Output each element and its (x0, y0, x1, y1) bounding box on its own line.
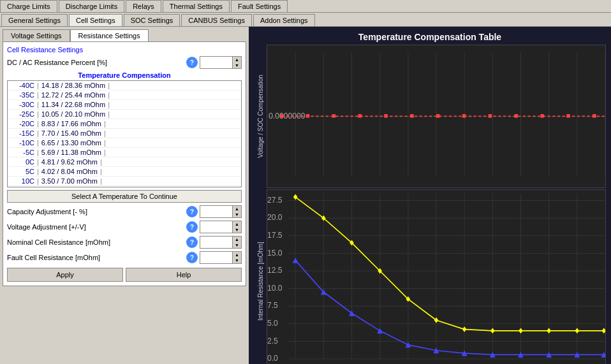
tab-cell-settings[interactable]: Cell Settings (69, 14, 122, 26)
temp-list-item[interactable]: 15C | 3.10 / 6.20 mOhm | (8, 186, 241, 187)
tab-fault-settings[interactable]: Fault Settings (231, 0, 288, 12)
temp-label: -10C (10, 139, 34, 147)
temp-separator: | (37, 110, 39, 118)
svg-rect-21 (436, 114, 440, 118)
temp-end-sep: | (104, 139, 106, 147)
temp-label: -5C (10, 149, 34, 156)
temp-label: 10C (10, 177, 34, 185)
dc-ac-down-arrow[interactable]: ▼ (232, 62, 241, 68)
tab-addon-settings[interactable]: Addon Settings (253, 14, 315, 26)
temp-list-item[interactable]: -10C | 6.65 / 13.30 mOhm | (8, 138, 241, 148)
temp-end-sep: | (100, 168, 102, 175)
temp-list-item[interactable]: -25C | 10.05 / 20.10 mOhm | (8, 110, 241, 119)
temp-label: -20C (10, 120, 34, 127)
fault-down-arrow[interactable]: ▼ (232, 258, 241, 263)
nominal-up-arrow[interactable]: ▲ (232, 237, 241, 242)
temp-list-item[interactable]: -30C | 11.34 / 22.68 mOhm | (8, 100, 241, 110)
capacity-row: Capacity Adjustment [- %] ? 0 ▲ ▼ (7, 205, 242, 218)
capacity-up-arrow[interactable]: ▲ (232, 206, 241, 212)
svg-rect-23 (489, 114, 492, 118)
temp-list-item[interactable]: 5C | 4.02 / 8.04 mOhm | (8, 167, 241, 177)
fault-row: Fault Cell Resistance [mOhm] ? 0.00 ▲ ▼ (7, 251, 242, 264)
svg-text:15.0: 15.0 (267, 249, 283, 258)
temp-list-item[interactable]: -35C | 12.72 / 25.44 mOhm | (8, 91, 241, 100)
temp-label: -40C (10, 82, 34, 89)
temp-list-item[interactable]: 0C | 4.81 / 9.62 mOhm | (8, 157, 241, 167)
temp-list-item[interactable]: -20C | 8.83 / 17.66 mOhm | (8, 119, 241, 129)
temp-list-item[interactable]: 10C | 3.50 / 7.00 mOhm | (8, 177, 241, 186)
voltage-spinbox: 0.0 ▲ ▼ (200, 221, 242, 233)
voltage-down-arrow[interactable]: ▼ (232, 227, 241, 233)
tab-soc-settings[interactable]: SOC Settings (124, 14, 180, 26)
dc-ac-arrows: ▲ ▼ (232, 57, 241, 68)
dc-ac-input[interactable]: 150 (200, 58, 232, 67)
temp-value: 4.02 / 8.04 mOhm (41, 168, 98, 175)
nominal-input[interactable]: 0.00 (200, 238, 232, 247)
capacity-spinbox: 0 ▲ ▼ (200, 205, 242, 218)
temp-end-sep: | (100, 158, 102, 166)
svg-text:17.5: 17.5 (267, 231, 283, 240)
capacity-arrows: ▲ ▼ (232, 206, 241, 217)
capacity-help-button[interactable]: ? (186, 206, 198, 217)
dc-ac-up-arrow[interactable]: ▲ (232, 57, 241, 62)
temp-separator: | (37, 177, 39, 185)
dc-ac-help-button[interactable]: ? (186, 57, 198, 68)
fault-up-arrow[interactable]: ▲ (232, 252, 241, 258)
apply-button[interactable]: Apply (7, 268, 123, 282)
svg-text:0.0: 0.0 (267, 354, 278, 363)
temp-list-item[interactable]: -5C | 5.69 / 11.38 mOhm | (8, 148, 241, 157)
temp-separator: | (37, 129, 39, 137)
svg-marker-81 (575, 328, 580, 333)
temp-label: -35C (10, 91, 34, 99)
svg-rect-17 (332, 114, 336, 118)
dc-ac-row: DC / AC Resistance Percent [%] ? 150 ▲ ▼ (7, 56, 242, 69)
svg-marker-71 (293, 194, 298, 200)
temp-value: 3.10 / 6.20 mOhm (41, 187, 98, 187)
voltage-input[interactable]: 0.0 (200, 222, 232, 231)
tab-charge-limits[interactable]: Charge Limits (0, 0, 57, 12)
bottom-y-axis-label: Internal Resistance [mOhm] (254, 189, 267, 364)
temp-list-item[interactable]: -15C | 7.70 / 15.40 mOhm | (8, 129, 241, 138)
nominal-down-arrow[interactable]: ▼ (232, 242, 241, 248)
svg-rect-22 (462, 114, 466, 118)
capacity-down-arrow[interactable]: ▼ (232, 212, 241, 217)
temp-label: -15C (10, 129, 34, 137)
bottom-chart-svg: 0.0 2.5 5.0 7.5 10.0 12.5 15.0 17.5 20.0… (267, 190, 605, 364)
nominal-row: Nominal Cell Resistance [mOhm] ? 0.00 ▲ … (7, 236, 242, 249)
svg-text:20.0: 20.0 (267, 213, 283, 222)
select-temp-button[interactable]: Select A Temperature To Continue (7, 190, 242, 203)
tab-general-settings[interactable]: General Settings (1, 14, 68, 26)
temp-separator: | (37, 158, 39, 166)
fault-help-button[interactable]: ? (186, 252, 198, 263)
svg-marker-83 (293, 258, 298, 263)
temp-value: 6.65 / 13.30 mOhm (41, 139, 101, 147)
svg-text:27.5: 27.5 (267, 196, 283, 205)
help-button[interactable]: Help (126, 268, 242, 282)
fault-arrows: ▲ ▼ (232, 252, 241, 263)
fault-input[interactable]: 0.00 (200, 253, 232, 262)
tab-resistance-settings[interactable]: Resistance Settings (70, 29, 149, 41)
temp-value: 11.34 / 22.68 mOhm (41, 101, 105, 108)
tab-thermal-settings[interactable]: Thermal Settings (163, 0, 230, 12)
temp-end-sep: | (108, 110, 110, 118)
action-buttons: Apply Help (7, 268, 242, 282)
nominal-help-button[interactable]: ? (186, 237, 198, 248)
voltage-help-button[interactable]: ? (186, 221, 198, 233)
temp-separator: | (37, 149, 39, 156)
voltage-arrows: ▲ ▼ (232, 221, 241, 233)
chart-title: Temperature Compensation Table (254, 32, 606, 42)
svg-text:10.0: 10.0 (267, 284, 283, 293)
tab-relays[interactable]: Relays (126, 0, 161, 12)
nominal-label: Nominal Cell Resistance [mOhm] (7, 238, 184, 246)
tab-discharge-limits[interactable]: Discharge Limits (59, 0, 124, 12)
temp-list-container[interactable]: -40C | 14.18 / 28.36 mOhm |-35C | 12.72 … (7, 80, 242, 187)
voltage-up-arrow[interactable]: ▲ (232, 221, 241, 227)
temp-separator: | (37, 91, 39, 99)
temp-end-sep: | (100, 187, 102, 187)
capacity-input[interactable]: 0 (200, 207, 232, 216)
svg-rect-16 (306, 114, 310, 118)
resistance-settings-panel: Cell Resistance Settings DC / AC Resista… (3, 41, 246, 286)
tab-canbus-settings[interactable]: CANBUS Settings (181, 14, 252, 26)
tab-voltage-settings[interactable]: Voltage Settings (3, 29, 70, 41)
temp-list-item[interactable]: -40C | 14.18 / 28.36 mOhm | (8, 81, 241, 91)
